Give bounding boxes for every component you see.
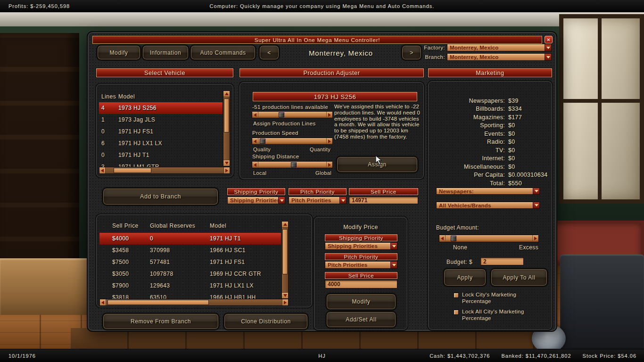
scroll-up-button[interactable] <box>282 222 288 228</box>
add-set-all-button[interactable]: Add/Set All <box>326 312 396 328</box>
modify-pitch-arrow-button[interactable] <box>390 262 397 268</box>
price-list-horizontal-scrollbar[interactable] <box>99 299 289 306</box>
scroll-right-button[interactable] <box>282 299 288 305</box>
price-col-model: Model <box>210 222 226 229</box>
scroll-left-button[interactable] <box>100 299 106 305</box>
assign-lines-slider[interactable] <box>252 111 333 118</box>
vehicle-row[interactable]: 4 1973 HJ S256 <box>99 102 223 114</box>
remove-from-branch-button[interactable]: Remove From Branch <box>103 313 219 329</box>
shipping-distance-slider-handle[interactable] <box>291 162 297 167</box>
vehicle-row[interactable]: 0 1971 HJ T1 <box>99 149 223 161</box>
add-to-branch-button[interactable]: Add to Branch <box>103 188 218 205</box>
price-row[interactable]: $3458 370998 1966 HJ SC1 <box>99 245 281 256</box>
lock-all-cities-checkbox[interactable] <box>454 310 459 315</box>
clone-distribution-button[interactable]: Clone Distribution <box>224 313 308 329</box>
price-row[interactable]: $3818 63510 1966 HJ HB1 HH <box>99 292 281 299</box>
budget-label: Budget: $ <box>446 259 472 265</box>
right-arrow-icon <box>328 113 331 117</box>
assign-lines-slider-handle[interactable] <box>279 112 284 117</box>
sell-price-input[interactable] <box>349 197 418 204</box>
scrollbar-thumb[interactable] <box>114 168 151 173</box>
marketing-label: Billboards: <box>433 106 505 112</box>
marketing-row: Total:$550 <box>433 179 548 188</box>
slider-increase-button[interactable] <box>532 235 538 242</box>
local-label: Local <box>253 170 266 176</box>
vehicle-row[interactable]: 6 1971 HJ LX1 LX <box>99 138 223 149</box>
price-list-vertical-scrollbar[interactable] <box>281 221 289 299</box>
marketing-type-select[interactable]: Newspapers: <box>436 188 540 195</box>
price-row[interactable]: $7500 577481 1971 HJ FS1 <box>99 256 281 268</box>
slider-decrease-button[interactable] <box>439 235 446 242</box>
slider-increase-button[interactable] <box>326 162 332 168</box>
budget-slider[interactable] <box>439 235 539 242</box>
scroll-down-button[interactable] <box>282 292 288 298</box>
close-button[interactable]: ✕ <box>545 36 553 43</box>
apply-button[interactable]: Apply <box>444 269 486 286</box>
lock-city-checkbox[interactable] <box>454 293 459 298</box>
slider-decrease-button[interactable] <box>252 112 258 118</box>
shipping-distance-slider[interactable] <box>252 161 333 168</box>
quantity-label: Quantity <box>310 147 330 152</box>
modify-shipping-priority-header: Shipping Priority <box>325 234 397 241</box>
factory-select-arrow-button[interactable] <box>545 44 551 51</box>
budget-slider-handle[interactable] <box>451 236 456 241</box>
window-titlebar[interactable]: Super Ultra All In One Mega Menu Control… <box>92 36 542 44</box>
price-row[interactable]: $7900 129643 1971 HJ LX1 LX <box>99 280 281 292</box>
prev-city-button[interactable]: < <box>259 45 279 60</box>
marketing-target-select[interactable]: All Vehicles/Brands <box>436 202 540 209</box>
computer-hint: Computer: Quickly manage your company us… <box>210 3 435 9</box>
scrollbar-thumb[interactable] <box>282 229 288 274</box>
production-speed-slider[interactable] <box>252 138 333 145</box>
scrollbar-thumb[interactable] <box>224 99 229 132</box>
slider-decrease-button[interactable] <box>252 138 258 144</box>
branch-select[interactable]: Monterrey, Mexico <box>447 53 552 61</box>
scrollbar-thumb[interactable] <box>107 300 209 305</box>
modify-tab-button[interactable]: Modify <box>97 45 140 60</box>
vehicle-row[interactable]: 1 1973 Jag JLS <box>99 114 223 126</box>
dropdown-arrow-icon <box>280 199 284 202</box>
factory-select[interactable]: Monterrey, Mexico <box>447 44 552 51</box>
budget-excess-label: Excess <box>519 244 538 251</box>
assign-button[interactable]: Assign <box>337 156 418 173</box>
modify-sell-price-input[interactable] <box>325 280 397 288</box>
shipping-priority-header: Shipping Priority <box>227 188 285 195</box>
modify-pitch-priority-select[interactable]: Pitch Priorities <box>325 261 397 269</box>
slider-increase-button[interactable] <box>326 112 332 118</box>
scroll-right-button[interactable] <box>223 167 230 173</box>
pitch-priority-arrow-button[interactable] <box>339 197 346 204</box>
right-arrow-icon <box>328 140 331 143</box>
marketing-target-arrow-button[interactable] <box>533 202 539 208</box>
marketing-label: TV: <box>433 147 505 154</box>
scroll-up-button[interactable] <box>223 91 230 97</box>
price-row[interactable]: $4000 0 1971 HJ T1 <box>99 233 281 245</box>
marketing-type-arrow-button[interactable] <box>533 188 539 194</box>
price-row[interactable]: $3050 1097878 1969 HJ CCR GTR <box>99 268 281 280</box>
shipping-priority-arrow-button[interactable] <box>278 197 285 204</box>
dropdown-arrow-icon <box>392 245 396 247</box>
scroll-down-button[interactable] <box>223 160 230 166</box>
budget-input[interactable] <box>480 257 524 265</box>
modify-shipping-priority-select[interactable]: Shipping Priorities <box>325 242 397 250</box>
vehicle-list-horizontal-scrollbar[interactable] <box>99 167 230 174</box>
production-speed-slider-handle[interactable] <box>260 139 265 144</box>
vehicle-row[interactable]: 3 1971 LM1 GTR <box>99 161 223 167</box>
pitch-priority-select[interactable]: Pitch Priorities <box>289 197 347 204</box>
modify-pitch-priority-header: Pitch Priority <box>325 253 397 260</box>
scroll-left-button[interactable] <box>99 167 106 173</box>
row-price: $7500 <box>112 259 129 265</box>
vehicle-row[interactable]: 0 1971 HJ FS1 <box>99 126 223 138</box>
information-tab-button[interactable]: Information <box>142 45 189 60</box>
shipping-priority-select[interactable]: Shipping Priorities <box>227 197 285 204</box>
modify-shipping-arrow-button[interactable] <box>390 243 397 249</box>
vehicle-list-vertical-scrollbar[interactable] <box>223 90 230 166</box>
auto-commands-tab-button[interactable]: Auto Commands <box>190 45 256 60</box>
modify-button[interactable]: Modify <box>326 294 396 310</box>
branch-select-arrow-button[interactable] <box>545 54 551 60</box>
slider-increase-button[interactable] <box>326 138 332 144</box>
apply-to-all-button[interactable]: Apply To All <box>491 269 547 286</box>
marketing-row: Per Capita:$0.000310634 <box>433 171 548 180</box>
vehicle-model: 1971 HJ FS1 <box>118 128 153 135</box>
right-arrow-icon <box>225 169 228 173</box>
game-screen: Profits: $-259,450,598 Computer: Quickly… <box>0 0 644 362</box>
slider-decrease-button[interactable] <box>252 162 258 168</box>
